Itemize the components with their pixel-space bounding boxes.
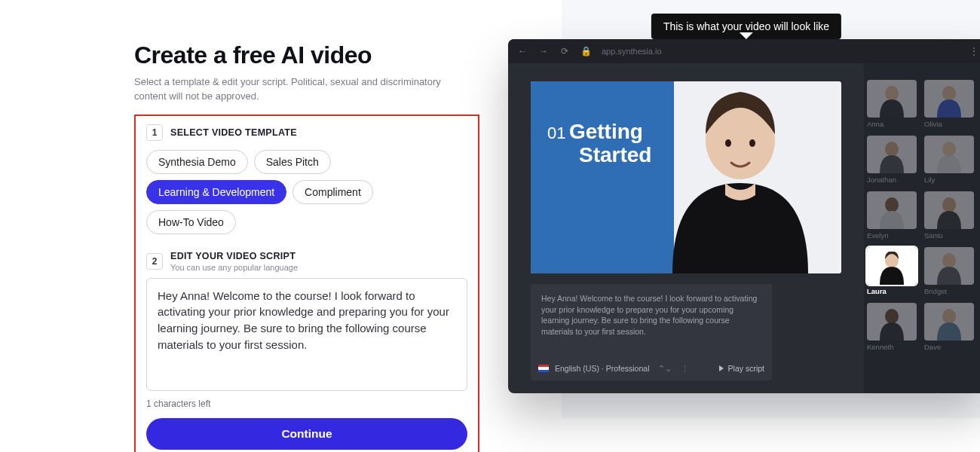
page-title: Create a free AI video: [134, 41, 513, 69]
back-icon[interactable]: ←: [517, 46, 528, 56]
more-icon[interactable]: ⋮: [969, 46, 978, 56]
avatar-option-olivia[interactable]: Olivia: [924, 80, 974, 128]
template-chip-learning-development[interactable]: Learning & Development: [146, 180, 286, 204]
page-subtitle: Select a template & edit your script. Po…: [134, 75, 458, 104]
language-more-icon[interactable]: ⋮: [681, 363, 689, 374]
reload-icon[interactable]: ⟳: [559, 46, 570, 56]
play-script-button[interactable]: Play script: [719, 363, 764, 374]
lock-icon: 🔒: [580, 46, 591, 56]
preview-stage: 01 Getting Started: [508, 63, 864, 393]
svg-point-11: [885, 309, 899, 324]
step-2-label: EDIT YOUR VIDEO SCRIPT: [170, 251, 298, 261]
forward-icon[interactable]: →: [538, 46, 549, 56]
script-textarea[interactable]: [146, 278, 467, 391]
preview-panel: This is what your video will look like ←…: [513, 0, 980, 452]
avatar-option-jonathan[interactable]: Jonathan: [867, 136, 917, 184]
template-chip-row: Synthesia Demo Sales Pitch Learning & De…: [146, 150, 467, 234]
avatar-option-bridget[interactable]: Bridget: [924, 247, 974, 295]
preview-browser: ← → ⟳ 🔒 app.synthesia.io ⋮ 01 Getting St…: [508, 39, 980, 393]
svg-point-3: [885, 86, 899, 101]
svg-point-4: [942, 86, 956, 101]
stepper-icon[interactable]: ⌃⌄: [658, 363, 672, 374]
wizard-highlight: 1 SELECT VIDEO TEMPLATE Synthesia Demo S…: [134, 115, 479, 452]
template-chip-compliment[interactable]: Compliment: [292, 180, 373, 204]
flag-icon: [538, 365, 549, 372]
svg-point-12: [942, 309, 956, 324]
play-script-label: Play script: [728, 363, 764, 374]
svg-point-5: [885, 142, 899, 157]
avatar-option-kenneth[interactable]: Kenneth: [867, 303, 917, 351]
svg-point-8: [942, 197, 956, 212]
template-chip-synthesia-demo[interactable]: Synthesia Demo: [146, 150, 248, 174]
avatar-rail: Anna Olivia Jonathan: [864, 63, 980, 393]
play-icon: [719, 365, 724, 371]
avatar-option-santo[interactable]: Santo: [924, 191, 974, 240]
step-1-number: 1: [146, 124, 163, 141]
template-chip-sales-pitch[interactable]: Sales Pitch: [254, 150, 331, 174]
script-preview-text: Hey Anna! Welcome to the course! I look …: [541, 294, 757, 336]
svg-point-10: [942, 253, 956, 268]
language-bar: English (US) · Professional ⌃⌄ ⋮ Play sc…: [538, 363, 764, 374]
chars-left: 1 characters left: [146, 399, 467, 409]
step-2-sub: You can use any popular language: [170, 263, 298, 272]
presenter-avatar: [650, 81, 831, 273]
form-panel: Create a free AI video Select a template…: [0, 0, 513, 452]
language-label[interactable]: English (US) · Professional: [555, 363, 649, 374]
step-2-header: 2 EDIT YOUR VIDEO SCRIPT You can use any…: [146, 251, 467, 272]
avatar-option-laura[interactable]: Laura: [867, 247, 917, 295]
avatar-option-lily[interactable]: Lily: [924, 136, 974, 184]
slide-number: 01: [547, 124, 565, 142]
step-1-label: SELECT VIDEO TEMPLATE: [170, 127, 297, 138]
slide-title-line1: Getting: [569, 121, 643, 142]
svg-point-2: [749, 139, 755, 147]
preview-tooltip: This is what your video will look like: [651, 14, 841, 39]
avatar-option-anna[interactable]: Anna: [867, 80, 917, 128]
svg-point-1: [725, 139, 731, 147]
step-2-number: 2: [146, 253, 163, 270]
svg-point-6: [942, 142, 956, 157]
template-chip-how-to-video[interactable]: How-To Video: [146, 210, 236, 234]
continue-button[interactable]: Continue: [146, 418, 467, 450]
script-preview-box: Hey Anna! Welcome to the course! I look …: [531, 284, 772, 380]
step-1-header: 1 SELECT VIDEO TEMPLATE: [146, 124, 467, 141]
avatar-option-dave[interactable]: Dave: [924, 303, 974, 351]
svg-point-7: [885, 197, 899, 212]
browser-url: app.synthesia.io: [602, 47, 662, 56]
video-slide: 01 Getting Started: [531, 81, 841, 273]
avatar-option-evelyn[interactable]: Evelyn: [867, 191, 917, 240]
